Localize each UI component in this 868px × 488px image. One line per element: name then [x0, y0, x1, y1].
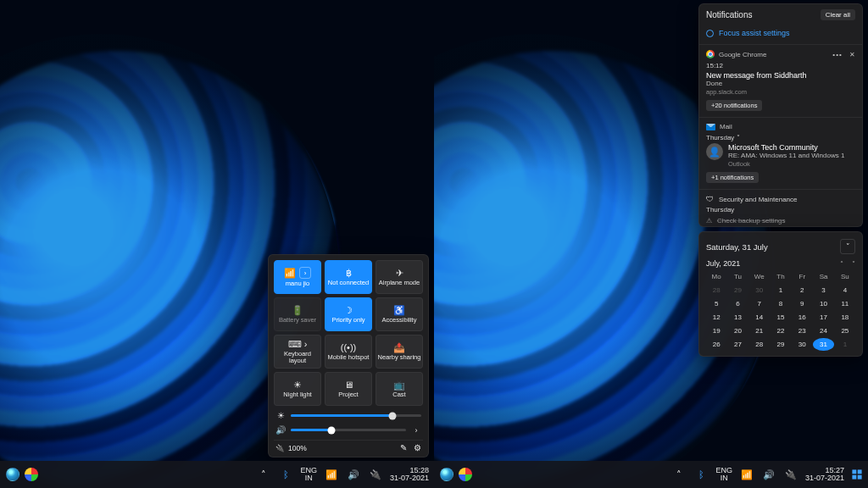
focus-assist-link[interactable]: Focus assist settings — [699, 25, 862, 44]
calendar-day[interactable]: 1 — [771, 284, 791, 297]
calendar-day[interactable]: 16 — [792, 311, 812, 324]
night-light-icon: ☀ — [293, 380, 302, 390]
calendar-day[interactable]: 1 — [835, 338, 855, 351]
calendar-day[interactable]: 3 — [813, 284, 833, 297]
calendar-day[interactable]: 27 — [727, 338, 748, 351]
calendar-day[interactable]: 7 — [749, 297, 770, 310]
clock[interactable]: 15:2731-07-2021 — [805, 467, 844, 483]
more-icon[interactable]: ••• — [832, 51, 842, 58]
calendar-collapse-button[interactable]: ˅ — [840, 239, 855, 254]
calendar-day[interactable]: 28 — [749, 338, 770, 351]
more-notifications-button[interactable]: +20 notifications — [706, 100, 762, 111]
settings-icon[interactable]: ⚙ — [414, 443, 421, 452]
notif-time: 15:12 — [706, 62, 855, 69]
tray-volume-icon[interactable]: 🔊 — [761, 467, 776, 482]
calendar-day[interactable]: 15 — [771, 311, 791, 324]
app-icon-1[interactable] — [5, 467, 20, 482]
app-icon-2[interactable] — [24, 467, 39, 482]
calendar-day[interactable]: 19 — [706, 324, 726, 337]
calendar-day[interactable]: 12 — [706, 311, 726, 324]
notification-badge-icon[interactable] — [851, 469, 863, 480]
chrome-icon — [706, 50, 715, 58]
nearby-sharing-tile[interactable]: 📤 Nearby sharing — [376, 335, 423, 369]
tray-chevron-icon[interactable]: ˄ — [671, 467, 687, 482]
tray-chevron-icon[interactable]: ˄ — [256, 467, 271, 482]
volume-slider[interactable]: 🔊 › — [274, 425, 423, 435]
clear-all-button[interactable]: Clear all — [821, 9, 855, 20]
calendar-day[interactable]: 20 — [727, 324, 748, 337]
calendar-day[interactable]: 2 — [792, 284, 812, 297]
calendar-day[interactable]: 31 — [813, 338, 833, 351]
notification-mail[interactable]: Mail Thursday ˅ 👤 Microsoft Tech Communi… — [699, 118, 862, 189]
calendar-day[interactable]: 17 — [813, 311, 833, 324]
calendar-day[interactable]: 10 — [813, 297, 833, 310]
bluetooth-tile[interactable]: ฿ Not connected — [325, 260, 372, 294]
tray-bluetooth-icon[interactable]: ᛒ — [693, 467, 709, 482]
night-light-tile[interactable]: ☀ Night light — [274, 372, 321, 406]
language-indicator[interactable]: ENGIN — [300, 467, 317, 483]
hotspot-tile[interactable]: ((•)) Mobile hotspot — [325, 335, 372, 369]
calendar-dow: Sa — [813, 271, 833, 283]
chevron-down-icon[interactable]: ˅ — [737, 134, 740, 141]
volume-expand-icon[interactable]: › — [411, 426, 421, 435]
airplane-label: Airplane mode — [379, 280, 420, 286]
clock[interactable]: 15:2831-07-2021 — [390, 467, 429, 483]
brightness-slider[interactable]: ☀ — [274, 411, 423, 420]
sec-title: Check backup settings — [717, 217, 786, 225]
calendar-day[interactable]: 11 — [835, 297, 855, 310]
calendar-day[interactable]: 22 — [771, 324, 791, 337]
wifi-expand-icon[interactable]: › — [299, 267, 311, 279]
close-icon[interactable]: ✕ — [849, 51, 855, 58]
notification-security[interactable]: Security and Maintenance Thursday ⚠ Chec… — [699, 190, 862, 226]
tray-wifi-icon[interactable]: 📶 — [324, 467, 339, 482]
airplane-tile[interactable]: ✈ Airplane mode — [376, 260, 423, 294]
calendar-dow: Su — [835, 271, 855, 283]
cast-tile[interactable]: 📺 Cast — [376, 372, 423, 406]
brightness-icon: ☀ — [275, 411, 286, 420]
calendar-day[interactable]: 5 — [706, 297, 726, 310]
app-icon-1[interactable] — [439, 467, 454, 482]
calendar-month-label[interactable]: July, 2021 — [706, 259, 740, 268]
tray-wifi-icon[interactable]: 📶 — [739, 467, 754, 482]
focus-assist-tile[interactable]: ☽ Priority only — [325, 297, 372, 331]
calendar-day[interactable]: 4 — [835, 284, 855, 297]
wifi-tile[interactable]: 📶 › manu jio — [274, 260, 321, 294]
language-indicator[interactable]: ENGIN — [715, 467, 732, 483]
tray-volume-icon[interactable]: 🔊 — [346, 467, 361, 482]
edit-icon[interactable]: ✎ — [400, 443, 407, 452]
wifi-label: manu jio — [286, 280, 309, 287]
calendar-next-icon[interactable]: ˅ — [852, 260, 855, 268]
app-icon-2[interactable] — [458, 467, 473, 482]
calendar-day[interactable]: 21 — [749, 324, 770, 337]
calendar-day[interactable]: 18 — [835, 311, 855, 324]
calendar-day[interactable]: 14 — [749, 311, 770, 324]
calendar-day[interactable]: 8 — [771, 297, 791, 310]
calendar-day[interactable]: 29 — [727, 284, 748, 297]
mail-icon — [706, 124, 715, 130]
calendar-day[interactable]: 30 — [749, 284, 770, 297]
calendar-day[interactable]: 13 — [727, 311, 748, 324]
calendar-day[interactable]: 28 — [706, 284, 726, 297]
notification-chrome[interactable]: Google Chrome ••• ✕ 15:12 New message fr… — [699, 45, 862, 117]
tray-bluetooth-icon[interactable]: ᛒ — [278, 467, 293, 482]
calendar-prev-icon[interactable]: ˄ — [840, 260, 843, 268]
project-tile[interactable]: 🖥 Project — [325, 372, 372, 406]
calendar-day[interactable]: 23 — [792, 324, 812, 337]
more-mail-button[interactable]: +1 notifications — [706, 172, 759, 183]
tray-battery-icon[interactable]: 🔌 — [368, 467, 383, 482]
calendar-grid: MoTuWeThFrSaSu28293012345678910111213141… — [706, 271, 855, 351]
calendar-day[interactable]: 26 — [706, 338, 726, 351]
keyboard-layout-tile[interactable]: ⌨ › Keyboard layout — [274, 335, 321, 369]
bluetooth-icon: ฿ — [346, 269, 352, 278]
moon-icon: ☽ — [344, 306, 353, 315]
calendar-day[interactable]: 6 — [727, 297, 748, 310]
accessibility-tile[interactable]: ♿ Accessibility — [376, 297, 423, 331]
calendar-day[interactable]: 30 — [792, 338, 812, 351]
battery-saver-tile[interactable]: 🔋 Battery saver — [274, 297, 321, 331]
calendar-day[interactable]: 24 — [813, 324, 833, 337]
tray-battery-icon[interactable]: 🔌 — [783, 467, 798, 482]
calendar-day[interactable]: 9 — [792, 297, 812, 310]
calendar-day[interactable]: 29 — [771, 338, 791, 351]
battery-saver-label: Battery saver — [279, 317, 316, 324]
calendar-day[interactable]: 25 — [835, 324, 855, 337]
